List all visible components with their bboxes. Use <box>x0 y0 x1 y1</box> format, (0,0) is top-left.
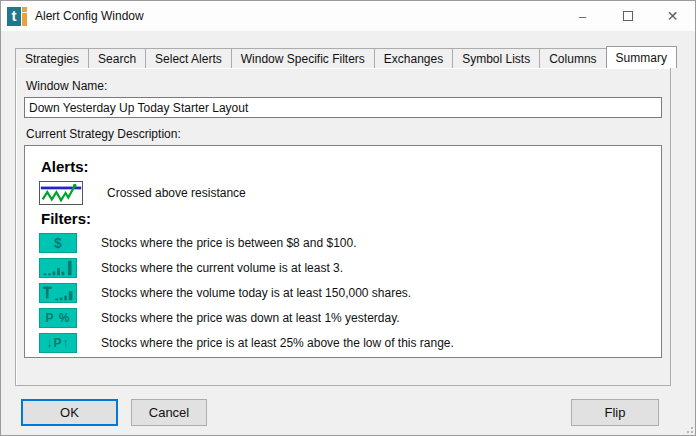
summary-tab-panel: Window Name: Current Strategy Descriptio… <box>15 67 671 386</box>
filter-row: Stocks where the current volume is at le… <box>39 258 661 278</box>
tab-summary[interactable]: Summary <box>606 46 677 68</box>
filter-row: $ Stocks where the price is between $8 a… <box>39 233 661 253</box>
filter-text: Stocks where the price is between $8 and… <box>101 236 357 250</box>
window-title: Alert Config Window <box>35 9 144 23</box>
filters-heading: Filters: <box>41 210 661 227</box>
maximize-icon <box>623 11 633 21</box>
tab-search[interactable]: Search <box>88 48 146 68</box>
price-dollar-icon: $ <box>39 233 77 253</box>
ok-button[interactable]: OK <box>21 399 118 426</box>
filter-row: ↓P↑ Stocks where the price is at least 2… <box>39 333 661 353</box>
titlebar: t Alert Config Window – ✕ <box>1 1 695 31</box>
alert-row: Crossed above resistance <box>39 181 661 205</box>
price-range-icon: ↓P↑ <box>39 333 77 353</box>
volume-today-icon <box>39 283 77 303</box>
resize-grip[interactable] <box>683 423 693 433</box>
current-volume-icon <box>39 258 77 278</box>
tab-columns[interactable]: Columns <box>539 48 606 68</box>
filter-text: Stocks where the price is at least 25% a… <box>101 336 454 350</box>
cancel-button[interactable]: Cancel <box>131 399 207 426</box>
filter-row: P % Stocks where the price was down at l… <box>39 308 661 328</box>
alerts-heading: Alerts: <box>41 158 661 175</box>
trade-ideas-logo-icon: t <box>7 7 28 26</box>
tab-window-specific-filters[interactable]: Window Specific Filters <box>231 48 375 68</box>
window-name-label: Window Name: <box>26 79 662 93</box>
filter-text: Stocks where the price was down at least… <box>101 311 400 325</box>
alert-config-dialog: t Alert Config Window – ✕ Strategies Sea… <box>0 0 696 436</box>
tab-select-alerts[interactable]: Select Alerts <box>145 48 232 68</box>
alert-text: Crossed above resistance <box>107 186 246 200</box>
minimize-button[interactable]: – <box>560 1 605 31</box>
filter-text: Stocks where the volume today is at leas… <box>101 286 411 300</box>
window-name-input[interactable] <box>24 97 662 118</box>
filter-text: Stocks where the current volume is at le… <box>101 261 343 275</box>
crossed-above-resistance-icon <box>39 181 83 205</box>
strategy-description-box: Alerts: Crossed above resistance Filters… <box>24 145 662 358</box>
tab-exchanges[interactable]: Exchanges <box>374 48 453 68</box>
strategy-description-label: Current Strategy Description: <box>26 127 662 141</box>
tab-strip: Strategies Search Select Alerts Window S… <box>15 46 695 68</box>
price-percent-icon: P % <box>39 308 77 328</box>
tab-strategies[interactable]: Strategies <box>15 48 89 68</box>
close-button[interactable]: ✕ <box>650 1 695 31</box>
maximize-button[interactable] <box>605 1 650 31</box>
button-row: OK Cancel Flip <box>1 399 696 426</box>
filter-row: Stocks where the volume today is at leas… <box>39 283 661 303</box>
flip-button[interactable]: Flip <box>571 399 659 426</box>
tab-symbol-lists[interactable]: Symbol Lists <box>452 48 540 68</box>
filters-list: $ Stocks where the price is between $8 a… <box>39 233 661 353</box>
window-controls: – ✕ <box>560 1 695 31</box>
